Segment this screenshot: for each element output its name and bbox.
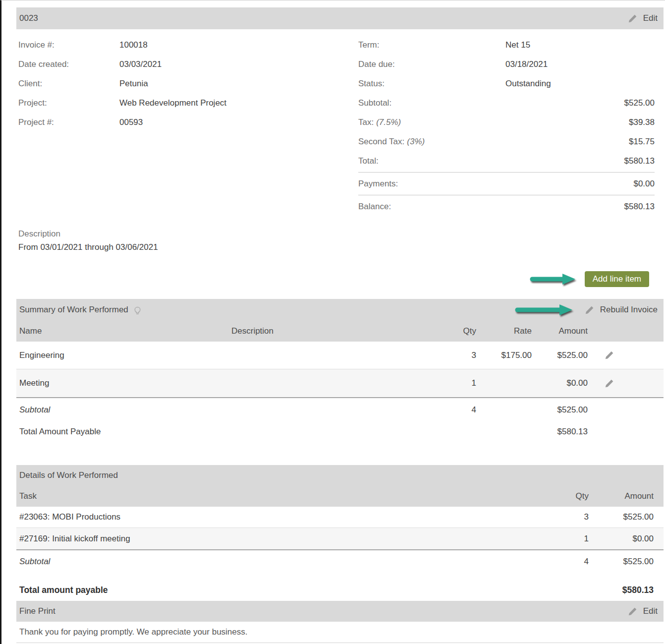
task-amount: $0.00 xyxy=(589,534,654,544)
task-name: #23063: MOBI Productions xyxy=(19,512,544,522)
edit-fine-print-button[interactable]: Edit xyxy=(628,606,658,616)
field-label: Project: xyxy=(18,98,119,108)
lightbulb-icon[interactable] xyxy=(133,305,142,316)
line-item-amount: $0.00 xyxy=(532,378,588,388)
details-title-row: Details of Work Performed xyxy=(16,465,664,486)
field-label: Status: xyxy=(358,79,505,89)
column-header-qty: Qty xyxy=(544,491,589,501)
field-label: Balance: xyxy=(358,202,505,212)
summary-table-row: Engineering 3 $175.00 $525.00 xyxy=(16,342,664,369)
details-subtotal-row: Subtotal 4 $525.00 xyxy=(16,550,664,573)
info-row-total: Total: $580.13 xyxy=(358,151,655,171)
column-header-amount: Amount xyxy=(589,491,654,501)
task-qty: 3 xyxy=(544,512,589,522)
summary-header-band: Summary of Work Performed xyxy=(16,299,664,342)
subtotal-value: $525.00 xyxy=(624,98,655,108)
field-label: Term: xyxy=(358,40,505,50)
subtotal-qty: 4 xyxy=(544,557,589,567)
info-row-client: Client: Petunia xyxy=(18,74,358,93)
column-header-description: Description xyxy=(231,326,432,336)
field-label: Total: xyxy=(358,156,505,166)
second-tax-value: $15.75 xyxy=(629,137,655,147)
field-label: Date created: xyxy=(18,59,119,69)
subtotal-amount: $525.00 xyxy=(532,405,588,415)
fine-print-text: Thank you for paying promptly. We apprec… xyxy=(16,622,664,643)
invoice-header-band: 0023 Edit xyxy=(16,7,664,29)
total-payable-label: Total amount payable xyxy=(19,585,544,595)
subtotal-qty: 4 xyxy=(432,405,476,415)
details-columns-row: Task Qty Amount xyxy=(16,486,664,507)
info-row-tax: Tax:(7.5%) $39.38 xyxy=(358,113,655,132)
field-label: Subtotal: xyxy=(358,98,505,108)
column-header-rate: Rate xyxy=(476,326,532,336)
client-value: Petunia xyxy=(119,79,148,89)
task-amount: $525.00 xyxy=(589,512,654,522)
field-label: Project #: xyxy=(18,117,119,127)
add-line-item-button[interactable]: Add line item xyxy=(585,271,649,287)
summary-total-row: Total Amount Payable $580.13 xyxy=(16,421,664,442)
balance-value: $580.13 xyxy=(624,202,655,212)
info-row-invoice-number: Invoice #: 100018 xyxy=(18,35,358,55)
field-label: Invoice #: xyxy=(18,40,119,50)
details-table-row: #23063: MOBI Productions 3 $525.00 xyxy=(16,507,664,528)
info-row-project: Project: Web Redevelopment Project xyxy=(18,93,358,113)
date-created-value: 03/03/2021 xyxy=(119,59,162,69)
info-row-subtotal: Subtotal: $525.00 xyxy=(358,93,655,113)
add-line-item-row: Add line item xyxy=(16,271,664,287)
invoice-content: 0023 Edit Invoice #: 100018 Date created… xyxy=(16,7,664,643)
tax-value: $39.38 xyxy=(629,117,655,127)
info-row-second-tax: Second Tax:(3%) $15.75 xyxy=(358,132,655,151)
details-table-row: #27169: Initial kickoff meeting 1 $0.00 xyxy=(16,528,664,549)
teal-arrow-icon xyxy=(529,272,578,287)
details-section: Details of Work Performed Task Qty Amoun… xyxy=(16,465,664,601)
invoice-info-left: Invoice #: 100018 Date created: 03/03/20… xyxy=(16,35,358,216)
field-label: Date due: xyxy=(358,59,505,69)
column-header-qty: Qty xyxy=(432,326,476,336)
project-number-value: 00593 xyxy=(119,117,143,127)
rebuild-invoice-button[interactable]: Rebuild Invoice xyxy=(585,305,658,315)
info-row-term: Term: Net 15 xyxy=(358,35,655,55)
summary-title-row: Summary of Work Performed xyxy=(16,299,664,321)
total-payable-label: Total Amount Payable xyxy=(19,427,231,437)
details-title: Details of Work Performed xyxy=(19,470,118,480)
rebuild-invoice-label: Rebuild Invoice xyxy=(600,305,658,315)
edit-fine-print-label: Edit xyxy=(643,606,658,616)
column-header-amount: Amount xyxy=(532,326,588,336)
invoice-info-right: Term: Net 15 Date due: 03/18/2021 Status… xyxy=(358,35,655,216)
pencil-icon xyxy=(628,607,637,616)
info-row-date-due: Date due: 03/18/2021 xyxy=(358,55,655,74)
line-item-qty: 1 xyxy=(432,378,476,388)
teal-arrow-icon xyxy=(514,303,576,317)
line-item-qty: 3 xyxy=(432,351,476,360)
payments-value: $0.00 xyxy=(633,179,655,189)
invoice-info-section: Invoice #: 100018 Date created: 03/03/20… xyxy=(16,29,664,216)
total-payable-amount: $580.13 xyxy=(532,427,588,437)
task-qty: 1 xyxy=(544,534,589,544)
column-header-task: Task xyxy=(19,491,544,501)
pencil-icon xyxy=(585,305,594,315)
fine-print-title: Fine Print xyxy=(19,606,55,616)
info-row-project-number: Project #: 00593 xyxy=(18,113,358,132)
date-due-value: 03/18/2021 xyxy=(505,59,548,69)
info-row-balance: Balance: $580.13 xyxy=(358,197,655,216)
line-item-rate: $175.00 xyxy=(476,351,532,360)
line-item-name: Meeting xyxy=(19,378,231,388)
divider xyxy=(358,195,655,195)
total-payable-amount: $580.13 xyxy=(589,585,654,595)
edit-line-item-icon[interactable] xyxy=(605,379,614,388)
line-item-amount: $525.00 xyxy=(532,351,588,360)
edit-line-item-icon[interactable] xyxy=(605,351,614,360)
description-label: Description xyxy=(18,229,664,239)
fine-print-band: Fine Print Edit xyxy=(16,601,664,622)
summary-subtotal-row: Subtotal 4 $525.00 xyxy=(16,398,664,421)
invoice-detail-page: 0023 Edit Invoice #: 100018 Date created… xyxy=(0,0,665,644)
subtotal-label: Subtotal xyxy=(19,405,231,415)
info-row-payments: Payments: $0.00 xyxy=(358,174,655,193)
edit-invoice-label: Edit xyxy=(643,13,658,23)
invoice-short-id: 0023 xyxy=(19,13,38,23)
invoice-number-value: 100018 xyxy=(119,40,148,50)
field-label: Payments: xyxy=(358,179,505,189)
edit-invoice-button[interactable]: Edit xyxy=(628,13,658,23)
info-row-status: Status: Outstanding xyxy=(358,74,655,93)
divider xyxy=(358,172,655,173)
